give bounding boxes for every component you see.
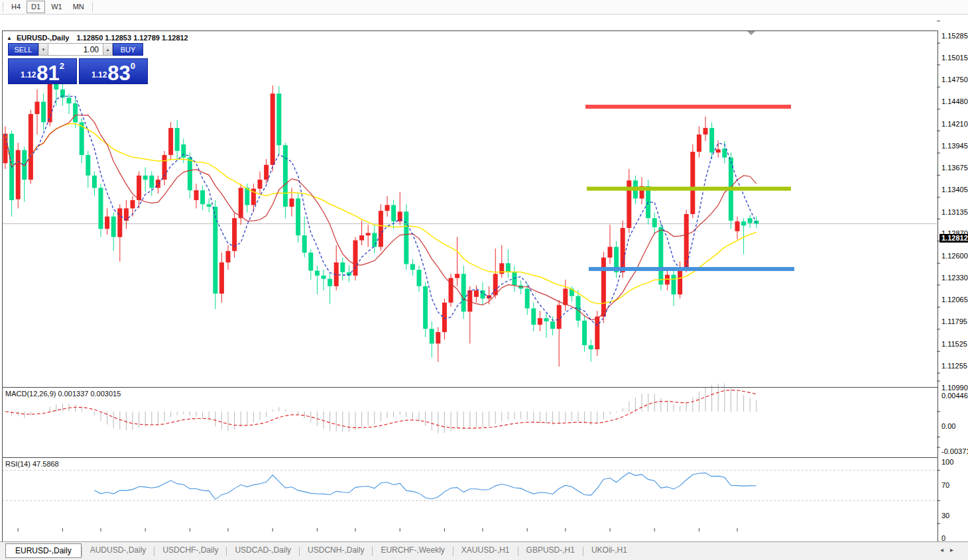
sell-price-prefix: 1.12 [21,70,36,80]
rsi-axis-label: 30 [941,512,949,520]
tab-scroll-arrows[interactable]: ◂▸ [940,546,960,553]
chart-tab-usdcnh-daily[interactable]: USDCNH-,Daily [300,543,372,557]
buy-price-tile[interactable]: 1.12 83 0 [79,58,148,84]
chart-window[interactable]: ▲ EURUSD-,Daily 1.12850 1.12853 1.12789 … [0,15,968,560]
sell-price-sup: 2 [60,61,64,71]
sell-price-big: 81 [36,64,59,83]
chart-tab-ukoil-h1[interactable]: UKOil-,H1 [583,543,635,557]
price-axis-label: 1.14750 [941,76,968,84]
sell-price-tile[interactable]: 1.12 81 2 [8,58,77,84]
rsi-panel-frame [2,457,938,544]
tab-scroll-right-icon[interactable]: ▸ [950,546,960,553]
price-axis-label: 1.11255 [941,362,967,370]
current-price-badge: 1.12812 [939,234,968,243]
price-axis-label: 1.14480 [941,97,968,105]
macd-panel-frame [2,387,938,458]
rsi-label: RSI(14) 47.5868 [5,460,59,468]
chart-tab-eurchf-weekly[interactable]: EURCHF-,Weekly [373,543,452,557]
price-axis-label: 1.13135 [941,208,968,216]
price-axis-label: 1.10990 [941,384,968,392]
timeframe-toolbar: H4D1W1MN [0,0,968,15]
price-axis-label: 1.11525 [941,340,967,348]
chart-tab-xauusd-h1[interactable]: XAUUSD-,H1 [454,543,518,557]
symbol-name: EURUSD-,Daily [17,34,69,42]
collapse-triangle-icon[interactable]: ▲ [7,35,12,41]
price-axis-label: 1.13945 [941,142,968,150]
rsi-axis-label: 100 [941,458,953,466]
macd-axis-label: 0.004465 [941,392,968,400]
price-axis-label: 1.13405 [941,186,968,194]
chart-symbol-title: ▲ EURUSD-,Daily 1.12850 1.12853 1.12789 … [7,34,188,42]
chart-tab-usdcad-daily[interactable]: USDCAD-,Daily [227,543,299,557]
chart-tab-bar: ◂▸ EURUSD-,DailyAUDUSD-,DailyUSDCHF-,Dai… [0,541,968,560]
mt4-application: H4D1W1MN ▲ EURUSD-,Daily 1.12850 1.12853… [0,0,968,560]
timeframe-button-d1[interactable]: D1 [27,1,45,13]
price-axis-label: 1.14210 [941,120,968,128]
timeframe-button-mn[interactable]: MN [68,1,89,13]
price-axis-label: 1.12600 [941,252,968,260]
toolbar-separator [3,2,3,12]
toolbar-separator [92,2,93,12]
volume-input[interactable]: 1.00 [48,43,103,56]
timeframe-button-w1[interactable]: W1 [46,1,67,13]
price-axis-label: 1.11795 [941,317,967,325]
volume-increase-button[interactable]: ▲ [103,43,113,56]
one-click-trading-panel: SELL ▼ 1.00 ▲ BUY 1.12 81 2 1.12 83 0 [8,43,149,84]
price-axis-label: 1.12065 [941,296,968,304]
ohlc-quotes: 1.12850 1.12853 1.12789 1.12812 [77,34,188,42]
price-axis-label: 1.15285 [941,32,968,40]
buy-price-prefix: 1.12 [91,70,107,80]
buy-price-big: 83 [107,64,130,83]
buy-price-sup: 0 [131,61,135,71]
chart-tab-audusd-daily[interactable]: AUDUSD-,Daily [82,543,154,557]
macd-label: MACD(12,26,9) 0.001337 0.003015 [5,390,121,398]
chart-tab-gbpusd-h1[interactable]: GBPUSD-,H1 [518,543,583,557]
price-axis-label: 1.15015 [941,54,968,62]
rsi-axis-label: 70 [941,481,949,489]
buy-button[interactable]: BUY [113,43,143,56]
volume-decrease-button[interactable]: ▼ [38,43,48,56]
chart-shift-marker-icon[interactable] [747,31,755,35]
macd-axis-label: 0.00 [941,422,955,430]
timeframe-button-h4[interactable]: H4 [7,1,25,13]
chart-tab-usdchf-daily[interactable]: USDCHF-,Daily [154,543,226,557]
price-axis-label: 1.13675 [941,164,968,172]
price-axis-label: 1.12330 [941,274,968,282]
chart-tab-eurusd-daily[interactable]: EURUSD-,Daily [5,543,82,558]
macd-axis-label: -0.003715 [941,447,968,455]
sell-button[interactable]: SELL [8,43,38,56]
tab-scroll-left-icon[interactable]: ◂ [940,546,950,553]
